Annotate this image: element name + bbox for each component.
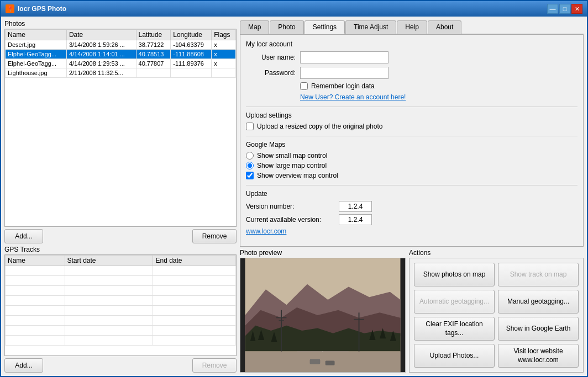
close-button[interactable]: ✕: [571, 4, 582, 14]
gps-row[interactable]: [6, 316, 236, 326]
photo-name: Lighthouse.jpg: [6, 68, 67, 78]
svg-rect-19: [326, 360, 335, 365]
manual-geotagging-button[interactable]: Manual geotagging...: [498, 290, 579, 314]
photo-name: Elphel-GeoTagg...: [6, 59, 67, 68]
minimize-button[interactable]: —: [547, 4, 558, 14]
photo-preview-label: Photo preview: [240, 249, 406, 257]
gps-add-button[interactable]: Add...: [4, 358, 43, 373]
clear-exif-tags-button[interactable]: Clear EXIF location tags...: [414, 317, 495, 341]
photo-preview-section: Photo preview: [240, 249, 406, 373]
tab-settings[interactable]: Settings: [305, 20, 345, 34]
overview-map-checkbox[interactable]: [246, 172, 254, 179]
col-latitude: Latitude: [136, 30, 171, 40]
photos-label: Photos: [4, 20, 237, 28]
photo-date: 4/14/2008 1:14:01 ...: [66, 50, 136, 59]
photo-row[interactable]: Elphel-GeoTagg... 4/14/2008 1:14:01 ... …: [6, 50, 236, 59]
locr-link[interactable]: www.locr.com: [246, 227, 286, 235]
gps-row[interactable]: [6, 326, 236, 336]
upload-settings: Upload settings Upload a resized copy of…: [246, 111, 578, 130]
photo-longitude: [171, 68, 212, 78]
visit-locr-website-button[interactable]: Visit locr websitewww.locr.com: [498, 344, 579, 368]
settings-content: My locr account User name: Password: Rem…: [240, 35, 584, 247]
actions-label: Actions: [409, 249, 584, 257]
remember-login-checkbox[interactable]: [300, 82, 308, 90]
window-title: locr GPS Photo: [18, 5, 66, 13]
large-map-radio[interactable]: [246, 162, 254, 169]
bottom-row: Photo preview: [240, 249, 584, 373]
tabs-bar: Map Photo Settings Time Adjust Help Abou…: [240, 20, 584, 35]
locr-account-title: My locr account: [246, 40, 578, 48]
photos-header-row: Name Date Latitude Longitude Flags: [6, 30, 236, 40]
title-bar: 📍 locr GPS Photo — □ ✕: [1, 1, 587, 17]
username-label: User name:: [246, 54, 296, 61]
my-locr-account: My locr account User name: Password: Rem…: [246, 40, 578, 101]
remember-login-label: Remember login data: [311, 82, 375, 90]
version-number-row: Version number: 1.2.4: [246, 201, 578, 212]
col-longitude: Longitude: [171, 30, 212, 40]
show-track-on-map-button: Show track on map: [498, 263, 579, 286]
gps-row[interactable]: [6, 266, 236, 276]
username-input[interactable]: [300, 51, 389, 63]
overview-map-label: Show overview map control: [257, 172, 338, 179]
password-input[interactable]: [300, 67, 389, 79]
show-in-google-earth-button[interactable]: Show in Google Earth: [498, 317, 579, 341]
username-row: User name:: [246, 51, 578, 63]
gps-row[interactable]: [6, 306, 236, 316]
small-map-radio[interactable]: [246, 152, 254, 160]
photo-name: Elphel-GeoTagg...: [6, 50, 67, 59]
photo-row[interactable]: Lighthouse.jpg 2/11/2008 11:32:5...: [6, 68, 236, 78]
gps-remove-button: Remove: [192, 358, 237, 373]
password-row: Password:: [246, 67, 578, 79]
photo-latitude: 40.77807: [136, 59, 171, 68]
gps-col-end: End date: [153, 256, 236, 266]
photos-table-container[interactable]: Name Date Latitude Longitude Flags Deser…: [4, 29, 237, 227]
gps-table-container[interactable]: Name Start date End date: [4, 254, 237, 356]
gps-row[interactable]: [6, 286, 236, 296]
gps-row[interactable]: [6, 276, 236, 286]
small-map-label: Show small map control: [257, 152, 327, 160]
gps-row[interactable]: [6, 336, 236, 346]
photo-flag: [212, 68, 236, 78]
photo-latitude: 40.78513: [136, 50, 171, 59]
tab-time-adjust[interactable]: Time Adjust: [345, 20, 396, 34]
new-user-link[interactable]: New User? Create an account here!: [300, 93, 406, 101]
gps-row[interactable]: [6, 296, 236, 306]
tab-panel: Map Photo Settings Time Adjust Help Abou…: [240, 20, 584, 247]
version-number-value: 1.2.4: [339, 201, 372, 212]
photo-date: 2/11/2008 11:32:5...: [66, 68, 136, 78]
photo-date: 3/14/2008 1:59:26 ...: [66, 40, 136, 50]
photo-name: Desert.jpg: [6, 40, 67, 50]
upload-title: Upload settings: [246, 111, 578, 119]
col-flags: Flags: [212, 30, 236, 40]
main-content: Photos Name Date Latitude Longitude Flag…: [1, 17, 587, 376]
gps-label: GPS Tracks: [4, 246, 237, 253]
small-map-row: Show small map control: [246, 152, 578, 160]
svg-rect-18: [310, 359, 321, 364]
photos-remove-button[interactable]: Remove: [192, 229, 237, 243]
gps-header-row: Name Start date End date: [6, 256, 236, 266]
show-photos-on-map-button[interactable]: Show photos on map: [414, 263, 495, 286]
maximize-button[interactable]: □: [559, 4, 570, 14]
left-panel: Photos Name Date Latitude Longitude Flag…: [4, 20, 237, 373]
password-label: Password:: [246, 69, 296, 77]
photo-row[interactable]: Desert.jpg 3/14/2008 1:59:26 ... 38.7712…: [6, 40, 236, 50]
photos-add-button[interactable]: Add...: [4, 229, 43, 243]
current-available-row: Current available version: 1.2.4: [246, 214, 578, 225]
photo-longitude: -104.63379: [171, 40, 212, 50]
version-number-label: Version number:: [246, 203, 334, 210]
tab-photo[interactable]: Photo: [270, 20, 303, 34]
photo-row[interactable]: Elphel-GeoTagg... 4/14/2008 1:29:53 ... …: [6, 59, 236, 68]
photo-flag: x: [212, 59, 236, 68]
update-title: Update: [246, 190, 578, 198]
photos-section: Photos Name Date Latitude Longitude Flag…: [4, 20, 237, 243]
overview-map-row: Show overview map control: [246, 172, 578, 179]
upload-resized-checkbox[interactable]: [246, 123, 254, 130]
tab-about[interactable]: About: [428, 20, 461, 34]
tab-help[interactable]: Help: [397, 20, 427, 34]
gps-tracks-section: GPS Tracks Name Start date End date: [4, 246, 237, 373]
tab-map[interactable]: Map: [240, 20, 269, 34]
gps-table: Name Start date End date: [5, 255, 236, 346]
photo-longitude: -111.89376: [171, 59, 212, 68]
current-available-value: 1.2.4: [339, 214, 372, 225]
upload-photos-button[interactable]: Upload Photos...: [414, 344, 495, 368]
